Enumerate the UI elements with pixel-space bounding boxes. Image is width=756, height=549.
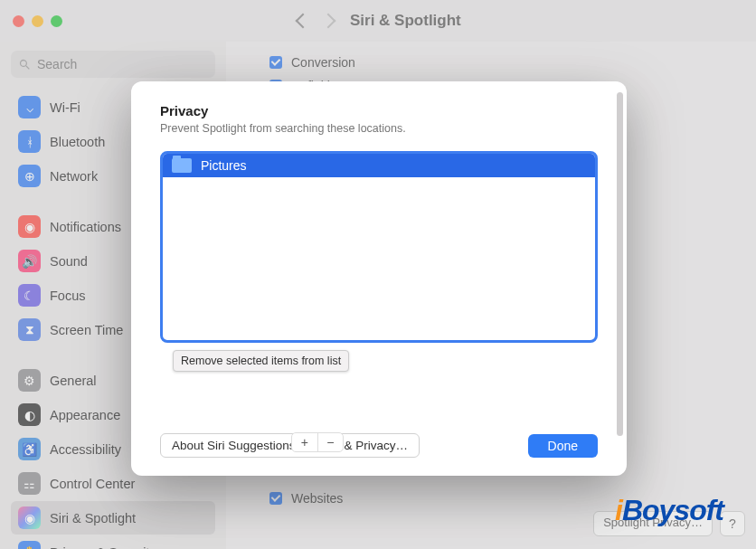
modal-subtitle: Prevent Spotlight from searching these l… (160, 122, 598, 135)
privacy-item-label: Pictures (201, 158, 247, 173)
check-label: Conversion (291, 55, 355, 70)
sidebar-item-label: Focus (50, 289, 86, 303)
page-title: Siri & Spotlight (350, 12, 461, 30)
close-window-button[interactable] (13, 15, 24, 27)
done-button[interactable]: Done (528, 434, 598, 458)
window-controls (13, 15, 62, 27)
sidebar-item-privacy[interactable]: ✋Privacy & Security (11, 535, 215, 549)
sidebar-item-label: General (50, 374, 97, 388)
privacy-list-item[interactable]: Pictures (163, 154, 595, 177)
zoom-window-button[interactable] (51, 15, 62, 27)
sidebar-item-label: Screen Time (50, 323, 123, 337)
add-remove-controls: + − (291, 432, 344, 452)
sound-icon: 🔊 (18, 250, 41, 272)
privacy-list[interactable]: Pictures (160, 151, 598, 343)
sidebar-item-label: Control Center (50, 477, 135, 491)
appearance-icon: ◐ (18, 403, 41, 426)
search-icon (18, 58, 32, 71)
bluetooth-icon: ᚼ (18, 130, 41, 153)
checkbox-conversion[interactable]: Conversion (248, 51, 734, 74)
check-icon (269, 492, 282, 505)
bell-icon: ◉ (18, 215, 41, 238)
sidebar-item-label: Sound (50, 254, 88, 269)
sidebar-item-label: Bluetooth (50, 135, 105, 149)
gear-icon: ⚙ (18, 369, 41, 392)
sidebar-item-label: Notifications (50, 220, 121, 234)
sidebar-item-label: Wi-Fi (50, 100, 80, 115)
folder-icon (172, 158, 192, 173)
sidebar-item-label: Appearance (50, 408, 120, 422)
about-button[interactable]: About Siri Suggestions, Search & Privacy… (160, 433, 420, 458)
hourglass-icon: ⧗ (18, 318, 41, 341)
add-item-button[interactable]: + (292, 433, 318, 451)
sidebar-item-label: Network (50, 169, 98, 184)
privacy-modal: Privacy Prevent Spotlight from searching… (131, 81, 627, 476)
sidebar-item-label: Siri & Spotlight (50, 511, 136, 525)
remove-item-button[interactable]: − (318, 433, 344, 451)
forward-button[interactable] (321, 14, 336, 29)
watermark-logo: iBoysoft (615, 494, 723, 527)
remove-tooltip: Remove selected items from list (173, 350, 349, 372)
network-icon: ⊕ (18, 165, 41, 187)
moon-icon: ☾ (18, 284, 41, 307)
titlebar: Siri & Spotlight (0, 0, 756, 42)
minimize-window-button[interactable] (32, 15, 43, 27)
scrollbar[interactable] (617, 92, 623, 436)
search-box[interactable] (11, 51, 215, 78)
sidebar-item-siri-spotlight[interactable]: ◉Siri & Spotlight (11, 501, 215, 535)
back-button[interactable] (296, 14, 311, 29)
controls-icon: ⚏ (18, 472, 41, 495)
accessibility-icon: ♿ (18, 438, 41, 460)
sidebar-item-label: Privacy & Security (50, 545, 156, 550)
search-input[interactable] (37, 57, 208, 71)
hand-icon: ✋ (18, 541, 41, 549)
siri-icon: ◉ (18, 506, 41, 529)
wifi-icon: ⌵ (18, 96, 41, 118)
help-button[interactable]: ? (720, 511, 745, 536)
sidebar-item-label: Accessibility (50, 442, 121, 457)
check-icon (269, 56, 282, 69)
check-label: Websites (291, 491, 343, 506)
modal-title: Privacy (160, 103, 598, 118)
